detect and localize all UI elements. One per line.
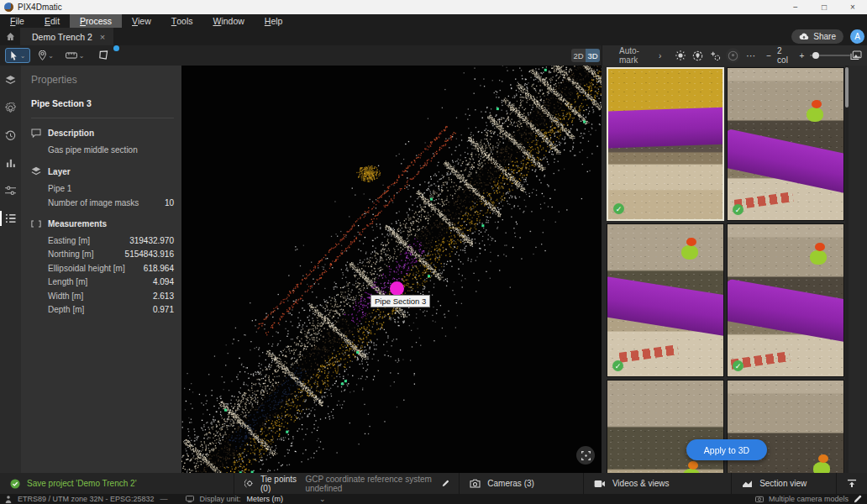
measurement-row: Northing [m]5154843.916 [48, 249, 174, 259]
measurements-label: Measurements [48, 219, 107, 228]
zoom-in-button[interactable]: + [799, 51, 804, 60]
dash-icon: — [160, 495, 168, 503]
panel-title: Properties [31, 74, 174, 86]
unit-chevron-down-icon[interactable]: ⌄ [319, 495, 326, 503]
point-cloud-canvas[interactable] [181, 66, 602, 473]
comment-icon [31, 129, 41, 138]
status-bar: ETRS89 / UTM zone 32N - EPSG:25832 — Dis… [0, 494, 867, 504]
minimize-button[interactable]: − [781, 0, 810, 14]
measurement-row: Length [m]4.094 [48, 277, 174, 286]
image-gallery-panel: ✓ ✓ ✓ [602, 66, 867, 473]
collapse-panel-button[interactable] [837, 473, 867, 494]
measurement-row: Easting [m]319432.970 [48, 236, 174, 245]
gallery-panel-icon[interactable] [850, 50, 862, 60]
marker-tool-button[interactable]: ⌄ [34, 48, 59, 63]
menu-edit[interactable]: Edit [34, 14, 70, 28]
auto-mark-button[interactable]: Auto-mark › [619, 46, 661, 65]
gcp-status: GCP coordinate reference system undefine… [305, 475, 434, 493]
image-thumbnail[interactable]: ✓ [727, 223, 844, 377]
worker-figure [805, 100, 827, 125]
app-window: PIX4Dmatic − □ × File Edit Process View … [0, 0, 867, 504]
section-view-label: Section view [759, 479, 807, 488]
tab-close-icon[interactable]: × [100, 32, 105, 42]
share-button[interactable]: Share [791, 29, 843, 44]
tab-demo-trench-2[interactable]: Demo Trench 2 × [20, 28, 113, 45]
camera-icon [470, 479, 481, 488]
cameras-label: Cameras (3) [487, 479, 534, 488]
menu-window[interactable]: Window [202, 14, 254, 28]
image-thumbnail-selected[interactable]: ✓ [607, 67, 724, 221]
selected-item-name: Pipe Section 3 [31, 98, 174, 108]
chevron-right-icon: › [659, 51, 661, 60]
edit-pencil-icon[interactable] [854, 495, 862, 503]
crs-text[interactable]: ETRS89 / UTM zone 32N - EPSG:25832 [18, 495, 155, 503]
mask-tool-button[interactable] [91, 48, 116, 63]
chevron-down-icon: ⌄ [48, 52, 54, 60]
menu-tools[interactable]: Tools [161, 14, 203, 28]
zoom-out-button[interactable]: − [766, 51, 771, 60]
videos-views-tab[interactable]: Videos & views [584, 473, 732, 494]
filter-tune-icon[interactable] [0, 183, 21, 198]
display-unit-icon [186, 496, 194, 502]
scrollbar-thumb[interactable] [845, 67, 849, 108]
slider-knob[interactable] [812, 52, 819, 59]
statistics-icon[interactable] [0, 155, 21, 171]
select-tool-button[interactable]: ⌄ [5, 48, 30, 63]
menu-view[interactable]: View [122, 14, 161, 28]
image-thumbnail[interactable]: ✓ [727, 67, 844, 221]
brightness-icon[interactable] [673, 48, 687, 63]
properties-list-icon[interactable] [0, 211, 21, 226]
auto-mark-settings-icon[interactable] [691, 48, 705, 63]
settings-gear-icon[interactable] [0, 100, 21, 115]
user-avatar[interactable]: A [850, 29, 864, 44]
description-value[interactable]: Gas pipe middle section [31, 145, 174, 155]
measurements-section-header: Measurements [31, 219, 174, 228]
history-icon[interactable] [0, 128, 21, 143]
measure-tool-button[interactable]: ⌄ [62, 48, 87, 63]
layer-icon [31, 166, 41, 176]
measurement-row: Ellipsoidal height [m]618.964 [48, 264, 174, 273]
worker-figure [680, 238, 701, 263]
view-3d-button[interactable]: 3D [586, 49, 600, 62]
camera-models-text: Multiple camera models [769, 495, 849, 503]
save-project-status[interactable]: Save project 'Demo Trench 2' [0, 473, 234, 494]
image-thumbnail[interactable]: ✓ [607, 223, 724, 377]
close-button[interactable]: × [838, 0, 867, 14]
menu-file[interactable]: File [0, 14, 34, 28]
videos-views-label: Videos & views [612, 479, 670, 488]
layers-icon[interactable] [0, 72, 21, 87]
apply-to-3d-button[interactable]: Apply to 3D [686, 439, 767, 460]
add-tie-point-icon[interactable] [708, 48, 722, 63]
point-cloud-viewport[interactable]: Pipe Section 3 [181, 66, 602, 473]
layer-label: Layer [48, 167, 71, 176]
gallery-scrollbar[interactable] [845, 66, 849, 473]
thumbnail-size-slider[interactable] [810, 55, 850, 56]
cloud-upload-icon [799, 33, 809, 40]
layer-name[interactable]: Pipe 1 [48, 184, 71, 193]
display-unit-value[interactable]: Meters (m) [247, 495, 284, 503]
columns-label: 2 col [777, 46, 793, 65]
tie-points-tab[interactable]: Tie points (0) GCP coordinate reference … [234, 473, 460, 494]
home-icon[interactable] [0, 32, 20, 41]
pipe-section-marker[interactable] [390, 281, 404, 296]
edit-pencil-icon[interactable] [442, 479, 449, 488]
menu-process[interactable]: Process [70, 14, 122, 28]
thumbnail-size-control: − 2 col + [766, 46, 850, 65]
mask-applied-check-icon: ✓ [733, 360, 744, 371]
fullscreen-button[interactable] [576, 446, 595, 465]
tie-point-icon [244, 478, 254, 489]
check-circle-icon [10, 479, 20, 489]
more-options-icon[interactable]: ⋯ [744, 48, 758, 63]
section-chart-icon [742, 480, 753, 488]
view-2d-button[interactable]: 2D [571, 49, 586, 62]
section-view-tab[interactable]: Section view [732, 473, 837, 494]
collapse-up-icon [847, 479, 857, 488]
cursor-icon [10, 51, 18, 60]
ruler-icon [66, 52, 77, 59]
maximize-button[interactable]: □ [810, 0, 838, 14]
mask-applied-check-icon: ✓ [613, 203, 624, 214]
cameras-tab[interactable]: Cameras (3) [460, 473, 584, 494]
menu-help[interactable]: Help [255, 14, 293, 28]
polygon-mask-icon [98, 50, 108, 60]
view-mode-toggle: 2D 3D [571, 49, 600, 62]
